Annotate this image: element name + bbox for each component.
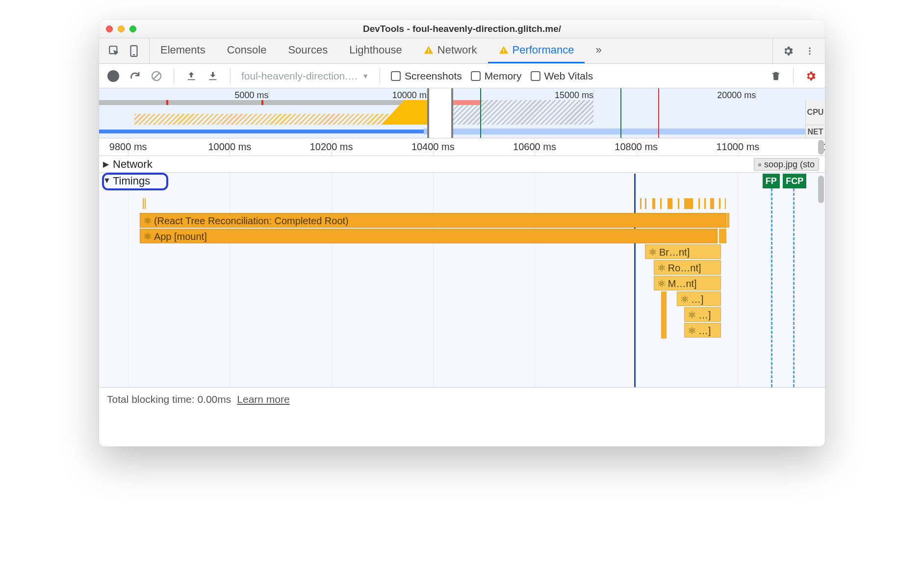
- tab-elements[interactable]: Elements: [150, 38, 216, 63]
- close-icon[interactable]: [106, 26, 113, 32]
- overview-tick: 10000 ms: [392, 90, 431, 101]
- flame-chart[interactable]: ▶ Network soop.jpg (sto ▼ Timings FP FCP: [99, 156, 825, 388]
- tab-label: Sources: [288, 44, 328, 56]
- react-atom-icon: ⚛: [657, 263, 666, 273]
- download-profile-button[interactable]: [206, 70, 219, 82]
- react-atom-icon: ⚛: [680, 294, 689, 305]
- checkbox-label: Memory: [485, 70, 522, 82]
- profile-selector[interactable]: foul-heavenly-direction.… ▼: [241, 70, 369, 82]
- network-item[interactable]: soop.jpg (sto: [754, 158, 819, 171]
- react-atom-icon: ⚛: [143, 231, 152, 242]
- ruler-tick: 10400 ms: [411, 141, 455, 153]
- checkbox-label: Web Vitals: [544, 70, 593, 82]
- window-title: DevTools - foul-heavenly-direction.glitc…: [99, 24, 825, 34]
- divider: [793, 69, 794, 83]
- divider: [174, 69, 174, 83]
- clear-button[interactable]: [150, 70, 163, 82]
- checkbox-icon: [531, 71, 540, 81]
- fcp-line: [793, 188, 795, 387]
- capture-settings-gear-icon[interactable]: [804, 70, 817, 82]
- flame-ellipsis-2[interactable]: ⚛…]: [684, 307, 721, 322]
- chevron-down-icon: ▼: [362, 72, 369, 80]
- overview-net-label: NET: [805, 125, 825, 138]
- collect-garbage-button[interactable]: [770, 70, 782, 82]
- flame-br[interactable]: ⚛Br…nt]: [645, 244, 721, 259]
- device-toggle-icon[interactable]: [128, 45, 140, 57]
- tab-label: Console: [227, 44, 267, 56]
- svg-rect-5: [503, 49, 504, 52]
- divider: [230, 69, 231, 83]
- profile-selector-label: foul-heavenly-direction.…: [241, 70, 358, 82]
- tab-label: Lighthouse: [349, 44, 402, 56]
- tab-lighthouse[interactable]: Lighthouse: [338, 38, 413, 63]
- warning-icon: [424, 45, 434, 55]
- tab-label: Performance: [513, 44, 574, 56]
- react-atom-icon: ⚛: [688, 325, 696, 336]
- track-label: Network: [113, 158, 153, 171]
- overview-viewport[interactable]: [427, 88, 453, 138]
- learn-more-link[interactable]: Learn more: [237, 394, 289, 405]
- overview-minimap[interactable]: 5000 ms 10000 ms 15000 ms 20000 ms CPU: [99, 88, 825, 138]
- settings-gear-icon[interactable]: [782, 45, 795, 57]
- tbt-label: Total blocking time: 0.00ms: [107, 394, 231, 405]
- flame-app-mount[interactable]: ⚛App [mount]: [140, 229, 718, 243]
- tab-sources[interactable]: Sources: [277, 38, 338, 63]
- ruler-tick: 10600 ms: [513, 141, 556, 153]
- summary-footer: Total blocking time: 0.00ms Learn more: [99, 388, 825, 411]
- network-track-header[interactable]: ▶ Network soop.jpg (sto: [99, 156, 825, 173]
- flame-ellipsis-3[interactable]: ⚛…]: [684, 323, 721, 338]
- warning-icon: [499, 45, 509, 55]
- memory-checkbox[interactable]: Memory: [471, 70, 522, 82]
- svg-point-9: [809, 53, 810, 54]
- react-atom-icon: ⚛: [648, 247, 657, 258]
- flame-react-root[interactable]: ⚛(React Tree Reconciliation: Completed R…: [140, 213, 726, 228]
- overview-tick: 5000 ms: [235, 90, 269, 101]
- flame-m[interactable]: ⚛M…nt]: [654, 276, 721, 290]
- fcp-marker[interactable]: FCP: [783, 174, 806, 188]
- timeline-ruler[interactable]: 9800 ms 10000 ms 10200 ms 10400 ms 10600…: [99, 138, 825, 156]
- fp-line: [771, 188, 772, 387]
- scrollbar-thumb[interactable]: [818, 140, 824, 155]
- inspect-icon[interactable]: [108, 45, 121, 57]
- react-atom-icon: ⚛: [143, 215, 152, 226]
- flame-ellipsis-1[interactable]: ⚛…]: [677, 291, 721, 306]
- react-atom-icon: ⚛: [657, 278, 666, 289]
- perf-toolbar: foul-heavenly-direction.… ▼ Screenshots …: [99, 64, 825, 88]
- ruler-tick: 11000 ms: [716, 141, 759, 153]
- devtools-window: DevTools - foul-heavenly-direction.glitc…: [99, 20, 825, 447]
- scrollbar-thumb[interactable]: [818, 176, 824, 203]
- window-controls: [106, 26, 136, 32]
- checkbox-label: Screenshots: [405, 70, 462, 82]
- kebab-menu-icon[interactable]: [803, 45, 816, 57]
- screenshots-checkbox[interactable]: Screenshots: [391, 70, 462, 82]
- overview-cpu-label: CPU: [805, 100, 825, 125]
- checkbox-icon: [391, 71, 401, 81]
- selection-line: [634, 174, 636, 387]
- checkbox-icon: [471, 71, 481, 81]
- svg-rect-3: [428, 49, 429, 52]
- ruler-tick: 10200 ms: [310, 141, 353, 153]
- titlebar: DevTools - foul-heavenly-direction.glitc…: [99, 20, 825, 38]
- reload-record-button[interactable]: [128, 70, 141, 82]
- timings-track: FP FCP: [99, 174, 825, 387]
- web-vitals-checkbox[interactable]: Web Vitals: [531, 70, 593, 82]
- panel-tabs: Elements Console Sources Lighthouse Netw…: [99, 38, 825, 64]
- svg-point-8: [809, 50, 810, 52]
- upload-profile-button[interactable]: [185, 70, 198, 82]
- tab-network[interactable]: Network: [413, 38, 488, 63]
- tab-console[interactable]: Console: [216, 38, 278, 63]
- tabs-overflow[interactable]: »: [585, 38, 612, 63]
- overflow-label: »: [595, 44, 601, 56]
- maximize-icon[interactable]: [129, 26, 136, 32]
- chevron-right-icon: ▶: [103, 159, 109, 169]
- svg-point-7: [809, 47, 810, 49]
- fp-marker[interactable]: FP: [763, 174, 780, 188]
- react-atom-icon: ⚛: [688, 310, 696, 320]
- svg-rect-4: [428, 52, 429, 53]
- ruler-tick: 9800 ms: [109, 141, 147, 153]
- tab-performance[interactable]: Performance: [488, 38, 585, 63]
- minimize-icon[interactable]: [118, 26, 125, 32]
- record-button[interactable]: [107, 70, 120, 82]
- flame-ro[interactable]: ⚛Ro…nt]: [654, 260, 721, 275]
- svg-line-11: [154, 73, 159, 79]
